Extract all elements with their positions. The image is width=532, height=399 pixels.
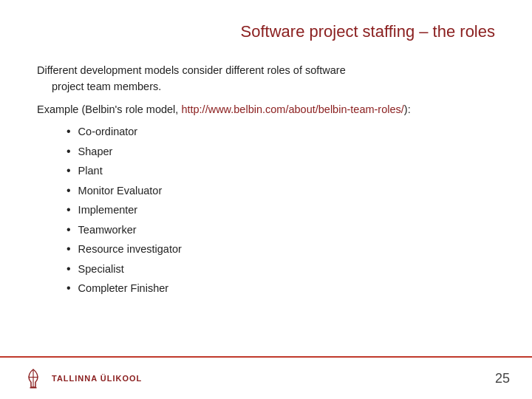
bullet-dot-icon: • <box>66 261 71 277</box>
bullet-dot-icon: • <box>66 222 71 238</box>
slide-title: Software project staffing – the roles <box>37 22 495 46</box>
footer-logo: TALLINNA ÜLIKOOL <box>22 367 142 389</box>
page-number: 25 <box>495 371 510 386</box>
bullet-dot-icon: • <box>66 123 71 140</box>
list-item: •Monitor Evaluator <box>66 183 495 199</box>
roles-list: •Co-ordinator•Shaper•Plant•Monitor Evalu… <box>66 123 495 296</box>
bullet-dot-icon: • <box>66 241 71 257</box>
logo-text: TALLINNA ÜLIKOOL <box>52 374 142 383</box>
example-paragraph: Example (Belbin's role model, http://www… <box>37 101 495 117</box>
list-item: •Shaper <box>66 143 495 160</box>
list-item: •Specialist <box>66 261 495 277</box>
list-item: •Plant <box>66 163 495 179</box>
bullet-dot-icon: • <box>66 280 71 296</box>
belbin-link[interactable]: http://www.belbin.com/about/belbin-team-… <box>181 103 403 115</box>
example-start: Example (Belbin's role model, <box>37 103 181 115</box>
list-item-label: Shaper <box>78 143 113 160</box>
bullet-dot-icon: • <box>66 163 71 179</box>
bullet-dot-icon: • <box>66 183 71 199</box>
svg-rect-0 <box>30 387 37 389</box>
list-item: •Resource investigator <box>66 241 495 257</box>
bullet-dot-icon: • <box>66 143 71 160</box>
list-item: •Implementer <box>66 202 495 218</box>
intro-paragraph: Different development models consider di… <box>37 62 495 95</box>
list-item: •Co-ordinator <box>66 123 495 140</box>
list-item-label: Specialist <box>78 261 124 277</box>
intro-line2: project team members. <box>52 81 161 92</box>
list-item-label: Co-ordinator <box>78 123 138 140</box>
list-item-label: Resource investigator <box>78 241 182 257</box>
slide-footer: TALLINNA ÜLIKOOL 25 <box>0 356 532 399</box>
slide: Software project staffing – the roles Di… <box>0 0 532 399</box>
bullet-dot-icon: • <box>66 202 71 218</box>
list-item-label: Plant <box>78 163 103 179</box>
slide-content: Different development models consider di… <box>37 62 495 297</box>
intro-line1: Different development models consider di… <box>37 64 346 76</box>
example-end: ): <box>404 103 411 115</box>
university-logo-icon <box>22 367 44 389</box>
list-item-label: Completer Finisher <box>78 280 169 296</box>
list-item-label: Monitor Evaluator <box>78 183 163 199</box>
list-item-label: Teamworker <box>78 222 137 238</box>
list-item: •Teamworker <box>66 222 495 238</box>
list-item: •Completer Finisher <box>66 280 495 296</box>
list-item-label: Implementer <box>78 202 138 218</box>
